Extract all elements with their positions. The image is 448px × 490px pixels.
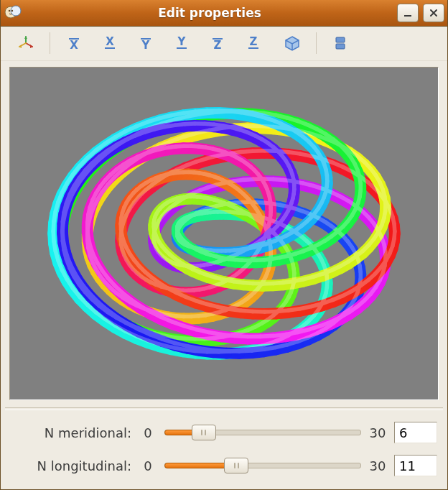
edit-properties-window: Edit properties X X Y <box>0 0 448 490</box>
divider <box>5 407 443 410</box>
view-y-pos-button[interactable]: Y <box>131 31 161 55</box>
longitudinal-max: 30 <box>367 458 388 473</box>
longitudinal-label: N longitudinal: <box>11 458 131 473</box>
toolbar-separator <box>316 32 317 54</box>
window-title: Edit properties <box>27 6 393 20</box>
minimize-button[interactable] <box>397 4 419 22</box>
view-z-pos-button[interactable]: Z <box>202 31 233 55</box>
view-y-neg-button[interactable]: Y <box>167 31 197 55</box>
meridional-min: 0 <box>137 425 159 440</box>
axes-3d-icon[interactable] <box>11 31 41 55</box>
close-button[interactable] <box>423 4 444 22</box>
meridional-label: N meridional: <box>11 425 131 440</box>
parameter-panel: N meridional: 0 30 N longitudinal: 0 30 <box>1 416 447 489</box>
meridional-value-input[interactable] <box>394 422 437 443</box>
svg-line-1807 <box>327 181 327 187</box>
isometric-view-button[interactable] <box>277 31 307 55</box>
svg-rect-8 <box>336 37 345 42</box>
svg-line-1804 <box>121 218 121 224</box>
view-x-neg-button[interactable]: X <box>95 31 125 55</box>
layout-options-button[interactable] <box>325 31 355 55</box>
meridional-slider[interactable] <box>164 425 361 440</box>
title-bar[interactable]: Edit properties <box>1 0 447 27</box>
svg-rect-9 <box>336 44 345 49</box>
svg-point-3 <box>11 10 13 11</box>
longitudinal-slider[interactable] <box>164 458 361 473</box>
view-z-neg-button[interactable]: Z <box>238 31 269 55</box>
toolbar-separator <box>50 32 50 54</box>
view-x-pos-button[interactable]: X <box>59 31 89 55</box>
longitudinal-value-input[interactable] <box>394 455 437 476</box>
svg-rect-4 <box>404 15 411 17</box>
svg-point-2 <box>9 10 10 11</box>
meridional-max: 30 <box>367 425 388 440</box>
svg-line-1809 <box>145 152 153 154</box>
param-row-longitudinal: N longitudinal: 0 30 <box>11 449 437 482</box>
view-toolbar: X X Y Y Z Z <box>1 27 447 62</box>
param-row-meridional: N meridional: 0 30 <box>11 416 437 449</box>
app-icon <box>4 4 22 22</box>
svg-line-1806 <box>296 251 304 254</box>
svg-marker-5 <box>24 36 27 39</box>
longitudinal-min: 0 <box>137 458 159 473</box>
3d-viewport[interactable] <box>9 67 439 400</box>
